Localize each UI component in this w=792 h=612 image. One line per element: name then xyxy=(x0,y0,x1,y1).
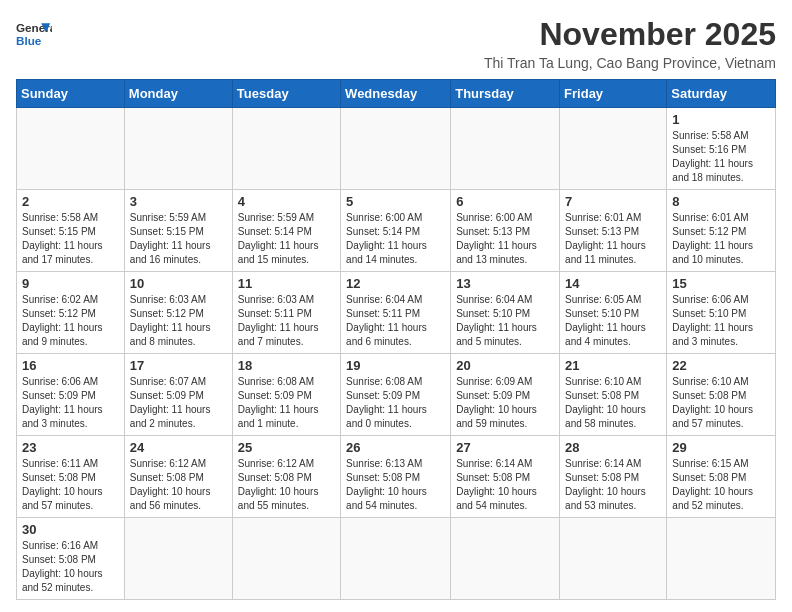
calendar-week-row: 1Sunrise: 5:58 AM Sunset: 5:16 PM Daylig… xyxy=(17,108,776,190)
day-info: Sunrise: 6:00 AM Sunset: 5:13 PM Dayligh… xyxy=(456,211,554,267)
day-info: Sunrise: 6:04 AM Sunset: 5:11 PM Dayligh… xyxy=(346,293,445,349)
calendar-cell xyxy=(667,518,776,600)
day-number: 18 xyxy=(238,358,335,373)
day-number: 8 xyxy=(672,194,770,209)
day-number: 21 xyxy=(565,358,661,373)
day-number: 17 xyxy=(130,358,227,373)
logo-icon: General Blue xyxy=(16,16,52,52)
calendar-cell: 6Sunrise: 6:00 AM Sunset: 5:13 PM Daylig… xyxy=(451,190,560,272)
calendar-table: SundayMondayTuesdayWednesdayThursdayFrid… xyxy=(16,79,776,600)
day-number: 9 xyxy=(22,276,119,291)
calendar-cell xyxy=(124,518,232,600)
day-number: 29 xyxy=(672,440,770,455)
logo: General Blue xyxy=(16,16,52,52)
calendar-cell: 10Sunrise: 6:03 AM Sunset: 5:12 PM Dayli… xyxy=(124,272,232,354)
day-info: Sunrise: 6:10 AM Sunset: 5:08 PM Dayligh… xyxy=(672,375,770,431)
calendar-cell: 9Sunrise: 6:02 AM Sunset: 5:12 PM Daylig… xyxy=(17,272,125,354)
calendar-cell xyxy=(232,518,340,600)
day-number: 27 xyxy=(456,440,554,455)
calendar-week-row: 23Sunrise: 6:11 AM Sunset: 5:08 PM Dayli… xyxy=(17,436,776,518)
calendar-cell: 26Sunrise: 6:13 AM Sunset: 5:08 PM Dayli… xyxy=(341,436,451,518)
day-info: Sunrise: 6:02 AM Sunset: 5:12 PM Dayligh… xyxy=(22,293,119,349)
day-number: 2 xyxy=(22,194,119,209)
day-info: Sunrise: 6:15 AM Sunset: 5:08 PM Dayligh… xyxy=(672,457,770,513)
calendar-cell: 14Sunrise: 6:05 AM Sunset: 5:10 PM Dayli… xyxy=(560,272,667,354)
calendar-cell: 11Sunrise: 6:03 AM Sunset: 5:11 PM Dayli… xyxy=(232,272,340,354)
calendar-cell xyxy=(341,518,451,600)
day-info: Sunrise: 6:09 AM Sunset: 5:09 PM Dayligh… xyxy=(456,375,554,431)
day-info: Sunrise: 6:14 AM Sunset: 5:08 PM Dayligh… xyxy=(565,457,661,513)
calendar-cell: 5Sunrise: 6:00 AM Sunset: 5:14 PM Daylig… xyxy=(341,190,451,272)
calendar-cell: 8Sunrise: 6:01 AM Sunset: 5:12 PM Daylig… xyxy=(667,190,776,272)
calendar-cell: 12Sunrise: 6:04 AM Sunset: 5:11 PM Dayli… xyxy=(341,272,451,354)
calendar-cell: 3Sunrise: 5:59 AM Sunset: 5:15 PM Daylig… xyxy=(124,190,232,272)
day-info: Sunrise: 6:06 AM Sunset: 5:10 PM Dayligh… xyxy=(672,293,770,349)
day-number: 30 xyxy=(22,522,119,537)
day-info: Sunrise: 6:05 AM Sunset: 5:10 PM Dayligh… xyxy=(565,293,661,349)
day-number: 25 xyxy=(238,440,335,455)
day-info: Sunrise: 6:13 AM Sunset: 5:08 PM Dayligh… xyxy=(346,457,445,513)
day-info: Sunrise: 6:11 AM Sunset: 5:08 PM Dayligh… xyxy=(22,457,119,513)
calendar-cell: 21Sunrise: 6:10 AM Sunset: 5:08 PM Dayli… xyxy=(560,354,667,436)
col-header-sunday: Sunday xyxy=(17,80,125,108)
col-header-thursday: Thursday xyxy=(451,80,560,108)
calendar-cell: 2Sunrise: 5:58 AM Sunset: 5:15 PM Daylig… xyxy=(17,190,125,272)
day-number: 6 xyxy=(456,194,554,209)
day-number: 19 xyxy=(346,358,445,373)
day-info: Sunrise: 6:12 AM Sunset: 5:08 PM Dayligh… xyxy=(238,457,335,513)
calendar-week-row: 2Sunrise: 5:58 AM Sunset: 5:15 PM Daylig… xyxy=(17,190,776,272)
day-number: 14 xyxy=(565,276,661,291)
calendar-cell: 18Sunrise: 6:08 AM Sunset: 5:09 PM Dayli… xyxy=(232,354,340,436)
day-number: 5 xyxy=(346,194,445,209)
day-info: Sunrise: 6:14 AM Sunset: 5:08 PM Dayligh… xyxy=(456,457,554,513)
calendar-cell xyxy=(451,518,560,600)
col-header-saturday: Saturday xyxy=(667,80,776,108)
calendar-cell: 27Sunrise: 6:14 AM Sunset: 5:08 PM Dayli… xyxy=(451,436,560,518)
day-number: 28 xyxy=(565,440,661,455)
calendar-cell: 22Sunrise: 6:10 AM Sunset: 5:08 PM Dayli… xyxy=(667,354,776,436)
calendar-cell: 23Sunrise: 6:11 AM Sunset: 5:08 PM Dayli… xyxy=(17,436,125,518)
day-info: Sunrise: 6:16 AM Sunset: 5:08 PM Dayligh… xyxy=(22,539,119,595)
calendar-cell: 30Sunrise: 6:16 AM Sunset: 5:08 PM Dayli… xyxy=(17,518,125,600)
title-block: November 2025 Thi Tran Ta Lung, Cao Bang… xyxy=(484,16,776,71)
col-header-tuesday: Tuesday xyxy=(232,80,340,108)
day-info: Sunrise: 6:00 AM Sunset: 5:14 PM Dayligh… xyxy=(346,211,445,267)
calendar-cell: 28Sunrise: 6:14 AM Sunset: 5:08 PM Dayli… xyxy=(560,436,667,518)
day-info: Sunrise: 6:12 AM Sunset: 5:08 PM Dayligh… xyxy=(130,457,227,513)
day-number: 7 xyxy=(565,194,661,209)
calendar-cell: 19Sunrise: 6:08 AM Sunset: 5:09 PM Dayli… xyxy=(341,354,451,436)
day-number: 13 xyxy=(456,276,554,291)
month-title: November 2025 xyxy=(484,16,776,53)
day-info: Sunrise: 6:07 AM Sunset: 5:09 PM Dayligh… xyxy=(130,375,227,431)
day-info: Sunrise: 5:59 AM Sunset: 5:15 PM Dayligh… xyxy=(130,211,227,267)
calendar-cell: 17Sunrise: 6:07 AM Sunset: 5:09 PM Dayli… xyxy=(124,354,232,436)
calendar-week-row: 16Sunrise: 6:06 AM Sunset: 5:09 PM Dayli… xyxy=(17,354,776,436)
calendar-cell xyxy=(124,108,232,190)
calendar-cell: 7Sunrise: 6:01 AM Sunset: 5:13 PM Daylig… xyxy=(560,190,667,272)
day-number: 11 xyxy=(238,276,335,291)
day-info: Sunrise: 5:59 AM Sunset: 5:14 PM Dayligh… xyxy=(238,211,335,267)
day-number: 16 xyxy=(22,358,119,373)
day-number: 22 xyxy=(672,358,770,373)
calendar-cell xyxy=(560,518,667,600)
calendar-cell xyxy=(560,108,667,190)
calendar-cell xyxy=(232,108,340,190)
day-number: 12 xyxy=(346,276,445,291)
col-header-wednesday: Wednesday xyxy=(341,80,451,108)
day-number: 10 xyxy=(130,276,227,291)
col-header-friday: Friday xyxy=(560,80,667,108)
calendar-cell xyxy=(451,108,560,190)
calendar-cell xyxy=(341,108,451,190)
day-number: 26 xyxy=(346,440,445,455)
calendar-cell xyxy=(17,108,125,190)
calendar-cell: 4Sunrise: 5:59 AM Sunset: 5:14 PM Daylig… xyxy=(232,190,340,272)
day-info: Sunrise: 6:06 AM Sunset: 5:09 PM Dayligh… xyxy=(22,375,119,431)
calendar-week-row: 9Sunrise: 6:02 AM Sunset: 5:12 PM Daylig… xyxy=(17,272,776,354)
day-number: 24 xyxy=(130,440,227,455)
day-number: 23 xyxy=(22,440,119,455)
calendar-cell: 15Sunrise: 6:06 AM Sunset: 5:10 PM Dayli… xyxy=(667,272,776,354)
day-info: Sunrise: 6:01 AM Sunset: 5:12 PM Dayligh… xyxy=(672,211,770,267)
day-info: Sunrise: 6:01 AM Sunset: 5:13 PM Dayligh… xyxy=(565,211,661,267)
col-header-monday: Monday xyxy=(124,80,232,108)
calendar-cell: 29Sunrise: 6:15 AM Sunset: 5:08 PM Dayli… xyxy=(667,436,776,518)
